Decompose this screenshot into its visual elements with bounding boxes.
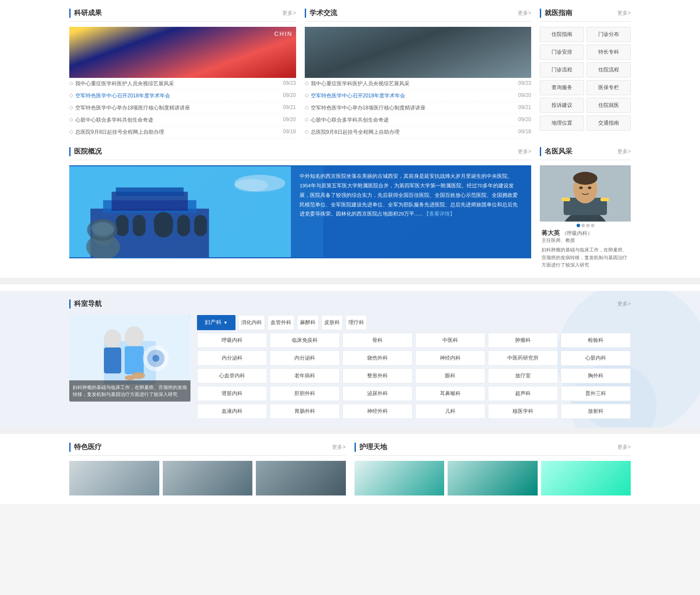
guide-more[interactable]: 更多> <box>617 10 631 17</box>
dept-nav-title: 科室导航 <box>69 299 102 309</box>
dept-cell[interactable]: 胸外科 <box>561 368 631 383</box>
svg-point-22 <box>573 172 597 185</box>
svg-rect-7 <box>154 212 173 238</box>
guide-btn-location[interactable]: 地理位置 <box>540 116 584 131</box>
svg-rect-19 <box>561 198 570 201</box>
dept-cell[interactable]: 普外三科 <box>561 386 631 401</box>
dot-2[interactable] <box>581 224 585 227</box>
guide-btn-clinic-dist[interactable]: 门诊分布 <box>587 27 631 42</box>
dept-cell[interactable]: 耳鼻喉科 <box>415 386 485 401</box>
dept-cell[interactable]: 放射科 <box>561 404 631 419</box>
dept-nav-more[interactable]: 更多> <box>617 300 631 308</box>
dept-cell[interactable]: 儿科 <box>415 404 485 419</box>
overview-illustration <box>69 165 323 258</box>
nursing-section: 护理天地 更多> <box>355 443 631 495</box>
guide-btn-hospital[interactable]: 住院指南 <box>540 27 584 42</box>
research-section: 科研成果 更多> CHIN 我中心重症医学科医护人员央视综艺展风采 09/23 … <box>69 9 296 138</box>
dept-cell[interactable]: 心血管内科 <box>197 368 267 383</box>
guide-btn-specialty[interactable]: 特长专科 <box>587 45 631 60</box>
list-item: 我中心重症医学科医护人员央视综艺展风采 09/23 <box>69 78 296 90</box>
dept-cell[interactable]: 胃肠外科 <box>270 404 340 419</box>
dept-nav-image: 妇科肿瘤的基础与临床工作，在卵巢癌、宫颈癌的发病转移，复发机制与基因治疗方面进行… <box>69 315 190 402</box>
special-medical-more[interactable]: 更多> <box>332 444 345 451</box>
svg-rect-28 <box>104 347 121 373</box>
dept-cell[interactable]: 内分泌科 <box>270 351 340 366</box>
guide-btn-query[interactable]: 查询服务 <box>540 80 584 95</box>
doctor-name: 蒋大英 <box>542 229 560 236</box>
dept-cell[interactable]: 神经内科 <box>415 351 485 366</box>
dot-3[interactable] <box>586 224 590 227</box>
dept-cell[interactable]: 肾脏内科 <box>197 386 267 401</box>
dept-cell[interactable]: 心脏内科 <box>561 351 631 366</box>
dept-cell[interactable]: 检验科 <box>561 333 631 348</box>
dept-cell[interactable]: 骨科 <box>342 333 413 348</box>
research-more[interactable]: 更多> <box>282 10 296 17</box>
guide-title: 就医指南 <box>540 9 572 18</box>
guide-btn-complaint[interactable]: 投诉建议 <box>540 98 584 113</box>
dot-4[interactable] <box>591 224 594 227</box>
svg-rect-30 <box>125 346 144 374</box>
dept-cell[interactable]: 临床免疫科 <box>270 333 340 348</box>
dept-cell[interactable]: 泌尿外科 <box>342 386 413 401</box>
svg-point-35 <box>125 375 135 380</box>
dept-cell[interactable]: 眼科 <box>415 368 485 383</box>
svg-point-29 <box>125 326 144 347</box>
dept-active-btn[interactable]: 妇产科 <box>197 315 235 330</box>
dept-cell[interactable]: 麻醉科 <box>297 315 319 330</box>
academic-title: 学术交流 <box>305 9 337 18</box>
list-item: 总医院9月8日起挂号全程网上自助办理 09/18 <box>69 126 296 138</box>
dot-1[interactable] <box>577 224 580 227</box>
dept-cell[interactable]: 内分泌科 <box>197 351 267 366</box>
dept-cell[interactable]: 呼吸内科 <box>197 333 267 348</box>
dept-cell[interactable]: 老年病科 <box>270 368 340 383</box>
list-item: 空军特色医学中心召开2018年度学术年会 09/20 <box>305 90 532 102</box>
doctor-description: 妇科肿瘤的基础与临床工作，在卵巢癌、宫颈癌的发病转移，复发机制与基因治疗方面进行… <box>542 246 629 269</box>
dept-cell[interactable]: 血管外科 <box>268 315 294 330</box>
academic-image <box>305 27 532 78</box>
dept-grid: 呼吸内科 临床免疫科 骨科 中医科 肿瘤科 检验科 内分泌科 内分泌科 烧伤外科… <box>197 333 631 419</box>
doctor-silhouette-svg <box>540 165 631 222</box>
special-medical-title: 特色医疗 <box>69 443 102 452</box>
list-item: 总医院9月8日起挂号全程网上自助办理 09/18 <box>305 126 532 138</box>
nursing-more[interactable]: 更多> <box>617 444 631 451</box>
guide-btn-clinic-flow[interactable]: 门诊流程 <box>540 62 584 77</box>
dept-cell[interactable]: 放疗室 <box>488 368 558 383</box>
academic-section: 学术交流 更多> 我中心重症医学科医护人员央视综艺展风采 09/23 空军特色医… <box>305 9 532 138</box>
academic-more[interactable]: 更多> <box>518 10 531 17</box>
dept-cell[interactable]: 血液内科 <box>197 404 267 419</box>
guide-btn-insurance[interactable]: 医保专栏 <box>587 80 631 95</box>
research-image: CHIN <box>69 27 296 78</box>
dept-cell[interactable]: 核医学科 <box>488 404 558 419</box>
guide-btn-transport[interactable]: 交通指南 <box>587 116 631 131</box>
guide-btn-clinic-arr[interactable]: 门诊安排 <box>540 45 584 60</box>
svg-point-27 <box>104 329 121 348</box>
svg-rect-6 <box>133 215 145 236</box>
dept-cell[interactable]: 肝胆外科 <box>270 386 340 401</box>
bottom-row: 特色医疗 更多> 护理天地 更多> <box>0 434 700 504</box>
special-medical-images <box>69 461 346 495</box>
dept-cell[interactable]: 皮肤科 <box>321 315 343 330</box>
dept-cell[interactable]: 中医药研究所 <box>488 351 558 366</box>
doctor-dept: （呼吸内科） <box>561 230 593 236</box>
overview-body-text: 中外知名的西京医院坐落在美丽的古城西安，其前身是延安抗战烽火岁月里诞生的中央医院… <box>300 174 518 216</box>
doctor-title: 主任医师、教授 <box>542 237 629 244</box>
dept-cell[interactable]: 肿瘤科 <box>488 333 558 348</box>
dept-table: 妇产科 消化内科 血管外科 麻醉科 皮肤科 理疗科 呼吸内科 临床免疫科 骨科 … <box>197 315 631 419</box>
guide-btn-admit[interactable]: 住院就医 <box>587 98 631 113</box>
dept-cell[interactable]: 烧伤外科 <box>342 351 413 366</box>
dept-cell[interactable]: 消化内科 <box>238 315 265 330</box>
dept-cell[interactable]: 中医科 <box>415 333 485 348</box>
dept-cell[interactable]: 超声科 <box>488 386 558 401</box>
guide-grid: 住院指南 门诊分布 门诊安排 特长专科 门诊流程 住院流程 查询服务 医保专栏 … <box>540 27 631 131</box>
dept-cell[interactable]: 整形外科 <box>342 368 413 383</box>
dept-cell[interactable]: 神经外科 <box>342 404 413 419</box>
overview-text-overlay: 中外知名的西京医院坐落在美丽的古城西安，其前身是延安抗战烽火岁月里诞生的中央医院… <box>291 165 531 258</box>
overview-more[interactable]: 更多> <box>518 148 531 155</box>
overview-detail-link[interactable]: 【查看详情】 <box>424 211 455 216</box>
research-title: 科研成果 <box>69 9 102 18</box>
famous-doctor-more[interactable]: 更多> <box>617 148 631 155</box>
guide-btn-admit-flow[interactable]: 住院流程 <box>587 62 631 77</box>
special-medical-section: 特色医疗 更多> <box>69 443 346 495</box>
svg-point-23 <box>579 187 583 189</box>
dept-cell[interactable]: 理疗科 <box>345 315 367 330</box>
